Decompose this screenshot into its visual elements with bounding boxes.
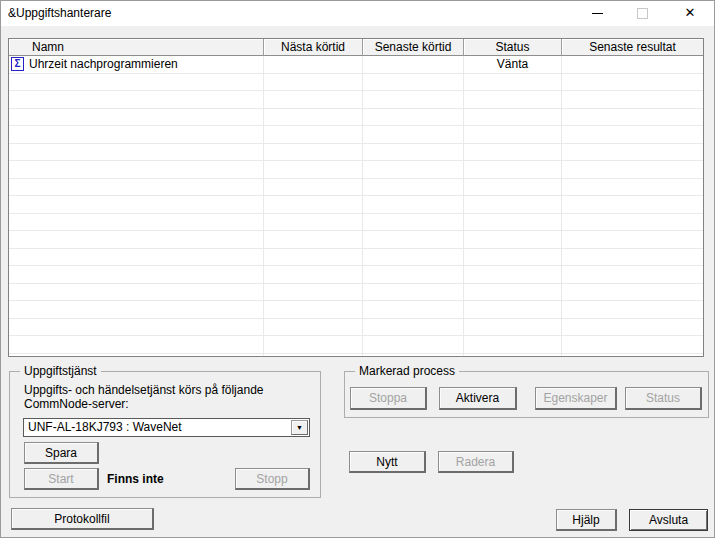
table-cell — [264, 161, 363, 179]
table-row[interactable] — [9, 91, 703, 109]
table-row[interactable] — [9, 161, 703, 179]
task-manager-window: &Uppgiftshanterare ✕ Namn Nästa körtid S… — [0, 0, 715, 538]
table-row[interactable] — [9, 179, 703, 197]
table-cell — [9, 354, 264, 358]
table-row[interactable] — [9, 144, 703, 162]
selected-process-group-title: Markerad process — [355, 364, 459, 378]
table-cell — [9, 196, 264, 214]
table-cell — [264, 319, 363, 337]
table-cell — [464, 214, 562, 232]
table-cell — [464, 109, 562, 127]
table-cell — [562, 354, 703, 358]
commnode-description-line2: CommNode-server: — [24, 397, 263, 411]
table-row[interactable] — [9, 249, 703, 267]
task-name: Uhrzeit nachprogrammieren — [29, 56, 178, 73]
table-cell — [9, 301, 264, 319]
commnode-server-select[interactable]: UNF-AL-18KJ793 : WaveNet ▼ — [23, 418, 310, 437]
column-header-senaste-kortid[interactable]: Senaste körtid — [363, 39, 464, 56]
column-header-status[interactable]: Status — [464, 39, 562, 56]
new-button[interactable]: Nytt — [349, 451, 426, 473]
dropdown-icon[interactable]: ▼ — [291, 420, 308, 435]
table-row[interactable] — [9, 126, 703, 144]
minimize-icon — [592, 13, 603, 14]
task-last-run-cell — [363, 56, 464, 74]
task-service-group: Uppgiftstjänst Uppgifts- och händelsetjä… — [9, 371, 321, 498]
table-cell — [9, 319, 264, 337]
maximize-icon — [637, 8, 648, 19]
table-cell — [363, 196, 464, 214]
table-cell — [264, 354, 363, 358]
table-cell — [264, 266, 363, 284]
table-cell — [9, 231, 264, 249]
table-cell — [9, 109, 264, 127]
table-cell — [363, 144, 464, 162]
table-cell — [363, 301, 464, 319]
table-row[interactable] — [9, 301, 703, 319]
column-header-namn[interactable]: Namn — [9, 39, 264, 56]
table-cell — [562, 336, 703, 354]
column-header-nasta-kortid[interactable]: Nästa körtid — [264, 39, 363, 56]
stop-button: Stopp — [235, 468, 310, 490]
table-row[interactable] — [9, 336, 703, 354]
logfile-button[interactable]: Protokollfil — [11, 508, 154, 530]
table-row[interactable] — [9, 284, 703, 302]
table-cell — [562, 231, 703, 249]
save-button[interactable]: Spara — [24, 442, 99, 464]
task-icon: Σ — [11, 57, 24, 71]
table-row[interactable] — [9, 319, 703, 337]
task-status-cell: Vänta — [464, 56, 562, 74]
table-cell — [464, 144, 562, 162]
table-cell — [9, 161, 264, 179]
activate-button[interactable]: Aktivera — [439, 387, 517, 410]
table-row-task[interactable]: Σ Uhrzeit nachprogrammieren Vänta — [9, 56, 703, 74]
task-name-cell: Σ Uhrzeit nachprogrammieren — [9, 56, 264, 74]
table-row[interactable] — [9, 354, 703, 358]
table-cell — [363, 284, 464, 302]
table-row[interactable] — [9, 231, 703, 249]
table-cell — [363, 74, 464, 92]
table-cell — [464, 284, 562, 302]
exit-button[interactable]: Avsluta — [629, 509, 708, 531]
table-cell — [9, 126, 264, 144]
help-button[interactable]: Hjälp — [556, 509, 617, 531]
table-cell — [363, 231, 464, 249]
table-cell — [562, 91, 703, 109]
table-row[interactable] — [9, 196, 703, 214]
minimize-button[interactable] — [582, 1, 612, 25]
table-cell — [9, 214, 264, 232]
table-cell — [562, 126, 703, 144]
commnode-description: Uppgifts- och händelsetjänst körs på föl… — [24, 383, 263, 411]
task-last-result-cell — [562, 56, 703, 74]
table-cell — [562, 301, 703, 319]
table-cell — [264, 301, 363, 319]
service-status-text: Finns inte — [107, 468, 164, 490]
table-cell — [264, 196, 363, 214]
properties-button: Egenskaper — [535, 387, 617, 410]
column-header-senaste-resultat[interactable]: Senaste resultat — [562, 39, 703, 56]
table-row[interactable] — [9, 214, 703, 232]
stop-process-button: Stoppa — [350, 387, 427, 410]
table-row[interactable] — [9, 109, 703, 127]
titlebar: &Uppgiftshanterare ✕ — [1, 1, 714, 26]
start-button: Start — [24, 468, 99, 490]
table-cell — [363, 336, 464, 354]
status-button: Status — [625, 387, 702, 410]
table-cell — [464, 319, 562, 337]
table-cell — [363, 354, 464, 358]
table-row[interactable] — [9, 266, 703, 284]
close-button[interactable]: ✕ — [673, 1, 707, 25]
table-cell — [562, 144, 703, 162]
table-header: Namn Nästa körtid Senaste körtid Status … — [9, 39, 703, 56]
table-cell — [363, 179, 464, 197]
table-cell — [464, 354, 562, 358]
table-body: Σ Uhrzeit nachprogrammieren Vänta — [9, 56, 703, 357]
task-service-group-title: Uppgiftstjänst — [20, 364, 101, 378]
table-cell — [264, 109, 363, 127]
table-cell — [464, 126, 562, 144]
table-cell — [9, 249, 264, 267]
table-cell — [562, 109, 703, 127]
tasks-table: Namn Nästa körtid Senaste körtid Status … — [8, 38, 704, 357]
table-cell — [562, 249, 703, 267]
table-row[interactable] — [9, 74, 703, 92]
commnode-description-line1: Uppgifts- och händelsetjänst körs på föl… — [24, 383, 263, 397]
